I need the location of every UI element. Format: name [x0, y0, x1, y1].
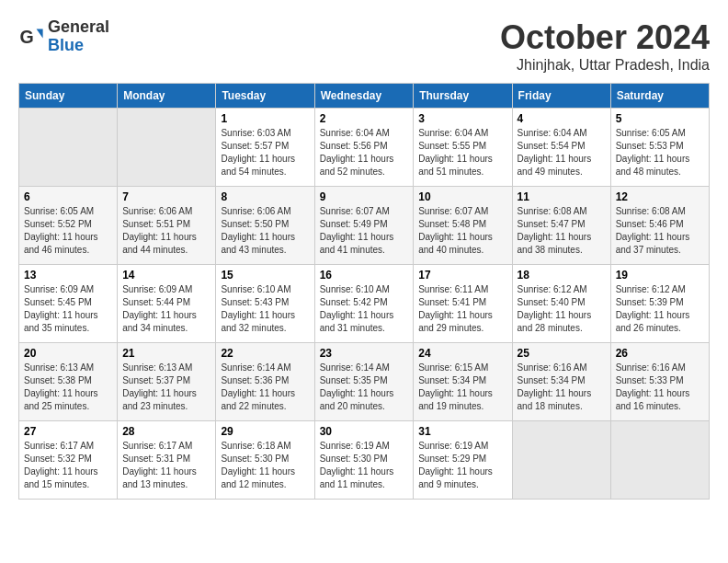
day-number: 3	[418, 112, 506, 125]
day-number: 23	[320, 347, 409, 360]
day-info: Sunrise: 6:17 AMSunset: 5:31 PMDaylight:…	[122, 440, 210, 491]
logo: G General Blue	[18, 18, 109, 55]
calendar-header-row: SundayMondayTuesdayWednesdayThursdayFrid…	[19, 84, 710, 109]
day-number: 12	[616, 190, 704, 203]
calendar-cell: 23Sunrise: 6:14 AMSunset: 5:35 PMDayligh…	[314, 343, 414, 421]
day-number: 1	[221, 112, 309, 125]
calendar-cell: 26Sunrise: 6:16 AMSunset: 5:33 PMDayligh…	[610, 343, 709, 421]
logo-text: General Blue	[48, 18, 109, 55]
svg-text:G: G	[19, 27, 33, 47]
calendar-cell: 12Sunrise: 6:08 AMSunset: 5:46 PMDayligh…	[610, 187, 709, 265]
day-info: Sunrise: 6:09 AMSunset: 5:45 PMDaylight:…	[24, 283, 112, 335]
calendar-cell: 20Sunrise: 6:13 AMSunset: 5:38 PMDayligh…	[19, 343, 118, 421]
day-info: Sunrise: 6:13 AMSunset: 5:38 PMDaylight:…	[24, 362, 112, 413]
day-info: Sunrise: 6:06 AMSunset: 5:50 PMDaylight:…	[221, 205, 309, 257]
calendar-week-row: 6Sunrise: 6:05 AMSunset: 5:52 PMDaylight…	[19, 187, 710, 265]
day-number: 19	[616, 269, 704, 282]
day-info: Sunrise: 6:03 AMSunset: 5:57 PMDaylight:…	[221, 127, 309, 178]
day-number: 20	[24, 347, 112, 360]
day-number: 8	[221, 190, 309, 203]
calendar-cell: 3Sunrise: 6:04 AMSunset: 5:55 PMDaylight…	[414, 109, 512, 187]
day-info: Sunrise: 6:16 AMSunset: 5:34 PMDaylight:…	[518, 362, 606, 413]
calendar-cell: 25Sunrise: 6:16 AMSunset: 5:34 PMDayligh…	[512, 343, 610, 421]
day-number: 31	[418, 425, 506, 438]
calendar-cell: 9Sunrise: 6:07 AMSunset: 5:49 PMDaylight…	[314, 187, 414, 265]
svg-marker-1	[37, 29, 43, 38]
day-info: Sunrise: 6:05 AMSunset: 5:52 PMDaylight:…	[24, 205, 112, 257]
day-info: Sunrise: 6:13 AMSunset: 5:37 PMDaylight:…	[122, 362, 210, 413]
calendar-cell: 7Sunrise: 6:06 AMSunset: 5:51 PMDaylight…	[118, 187, 216, 265]
day-info: Sunrise: 6:07 AMSunset: 5:49 PMDaylight:…	[320, 205, 409, 257]
calendar-week-row: 27Sunrise: 6:17 AMSunset: 5:32 PMDayligh…	[19, 421, 710, 500]
day-number: 29	[221, 425, 309, 438]
calendar-cell: 1Sunrise: 6:03 AMSunset: 5:57 PMDaylight…	[216, 109, 314, 187]
day-number: 9	[320, 190, 409, 203]
page-header: G General Blue October 2024 Jhinjhak, Ut…	[18, 18, 710, 74]
day-info: Sunrise: 6:04 AMSunset: 5:54 PMDaylight:…	[518, 127, 606, 178]
calendar-cell: 27Sunrise: 6:17 AMSunset: 5:32 PMDayligh…	[19, 421, 118, 500]
calendar-cell: 4Sunrise: 6:04 AMSunset: 5:54 PMDaylight…	[512, 109, 610, 187]
day-number: 22	[221, 347, 309, 360]
calendar-week-row: 13Sunrise: 6:09 AMSunset: 5:45 PMDayligh…	[19, 265, 710, 343]
calendar-cell: 10Sunrise: 6:07 AMSunset: 5:48 PMDayligh…	[414, 187, 512, 265]
weekday-header-wednesday: Wednesday	[314, 84, 414, 109]
location-title: Jhinjhak, Uttar Pradesh, India	[500, 57, 710, 74]
calendar-cell	[610, 421, 709, 500]
calendar-cell: 22Sunrise: 6:14 AMSunset: 5:36 PMDayligh…	[216, 343, 314, 421]
day-info: Sunrise: 6:18 AMSunset: 5:30 PMDaylight:…	[221, 440, 309, 491]
day-info: Sunrise: 6:08 AMSunset: 5:47 PMDaylight:…	[518, 205, 606, 257]
weekday-header-monday: Monday	[118, 84, 216, 109]
day-number: 6	[24, 190, 112, 203]
day-info: Sunrise: 6:10 AMSunset: 5:43 PMDaylight:…	[221, 283, 309, 335]
calendar-cell: 8Sunrise: 6:06 AMSunset: 5:50 PMDaylight…	[216, 187, 314, 265]
calendar-cell: 21Sunrise: 6:13 AMSunset: 5:37 PMDayligh…	[118, 343, 216, 421]
calendar-cell: 18Sunrise: 6:12 AMSunset: 5:40 PMDayligh…	[512, 265, 610, 343]
day-number: 24	[418, 347, 506, 360]
day-number: 2	[320, 112, 409, 125]
day-info: Sunrise: 6:19 AMSunset: 5:30 PMDaylight:…	[320, 440, 409, 491]
weekday-header-tuesday: Tuesday	[216, 84, 314, 109]
day-number: 11	[518, 190, 606, 203]
title-block: October 2024 Jhinjhak, Uttar Pradesh, In…	[500, 18, 710, 74]
day-number: 13	[24, 269, 112, 282]
day-info: Sunrise: 6:04 AMSunset: 5:55 PMDaylight:…	[418, 127, 506, 178]
calendar-cell	[19, 109, 118, 187]
calendar-cell: 14Sunrise: 6:09 AMSunset: 5:44 PMDayligh…	[118, 265, 216, 343]
day-info: Sunrise: 6:14 AMSunset: 5:35 PMDaylight:…	[320, 362, 409, 413]
calendar-cell: 13Sunrise: 6:09 AMSunset: 5:45 PMDayligh…	[19, 265, 118, 343]
day-info: Sunrise: 6:11 AMSunset: 5:41 PMDaylight:…	[418, 283, 506, 335]
calendar-cell: 5Sunrise: 6:05 AMSunset: 5:53 PMDaylight…	[610, 109, 709, 187]
day-number: 7	[122, 190, 210, 203]
day-number: 16	[320, 269, 409, 282]
day-number: 10	[418, 190, 506, 203]
day-info: Sunrise: 6:14 AMSunset: 5:36 PMDaylight:…	[221, 362, 309, 413]
calendar-cell: 2Sunrise: 6:04 AMSunset: 5:56 PMDaylight…	[314, 109, 414, 187]
calendar-cell: 15Sunrise: 6:10 AMSunset: 5:43 PMDayligh…	[216, 265, 314, 343]
day-info: Sunrise: 6:08 AMSunset: 5:46 PMDaylight:…	[616, 205, 704, 257]
weekday-header-friday: Friday	[512, 84, 610, 109]
calendar-cell: 6Sunrise: 6:05 AMSunset: 5:52 PMDaylight…	[19, 187, 118, 265]
calendar-cell: 17Sunrise: 6:11 AMSunset: 5:41 PMDayligh…	[414, 265, 512, 343]
weekday-header-thursday: Thursday	[414, 84, 512, 109]
day-number: 30	[320, 425, 409, 438]
calendar-week-row: 1Sunrise: 6:03 AMSunset: 5:57 PMDaylight…	[19, 109, 710, 187]
day-number: 25	[518, 347, 606, 360]
calendar-cell: 28Sunrise: 6:17 AMSunset: 5:31 PMDayligh…	[118, 421, 216, 500]
day-info: Sunrise: 6:07 AMSunset: 5:48 PMDaylight:…	[418, 205, 506, 257]
calendar-cell	[118, 109, 216, 187]
day-info: Sunrise: 6:12 AMSunset: 5:39 PMDaylight:…	[616, 283, 704, 335]
day-info: Sunrise: 6:06 AMSunset: 5:51 PMDaylight:…	[122, 205, 210, 257]
day-number: 15	[221, 269, 309, 282]
calendar-cell: 29Sunrise: 6:18 AMSunset: 5:30 PMDayligh…	[216, 421, 314, 500]
day-info: Sunrise: 6:15 AMSunset: 5:34 PMDaylight:…	[418, 362, 506, 413]
day-info: Sunrise: 6:10 AMSunset: 5:42 PMDaylight:…	[320, 283, 409, 335]
calendar-table: SundayMondayTuesdayWednesdayThursdayFrid…	[18, 83, 710, 500]
weekday-header-sunday: Sunday	[19, 84, 118, 109]
logo-icon: G	[18, 24, 44, 50]
calendar-cell: 24Sunrise: 6:15 AMSunset: 5:34 PMDayligh…	[414, 343, 512, 421]
day-info: Sunrise: 6:05 AMSunset: 5:53 PMDaylight:…	[616, 127, 704, 178]
day-info: Sunrise: 6:04 AMSunset: 5:56 PMDaylight:…	[320, 127, 409, 178]
day-number: 4	[518, 112, 606, 125]
day-number: 14	[122, 269, 210, 282]
weekday-header-saturday: Saturday	[610, 84, 709, 109]
